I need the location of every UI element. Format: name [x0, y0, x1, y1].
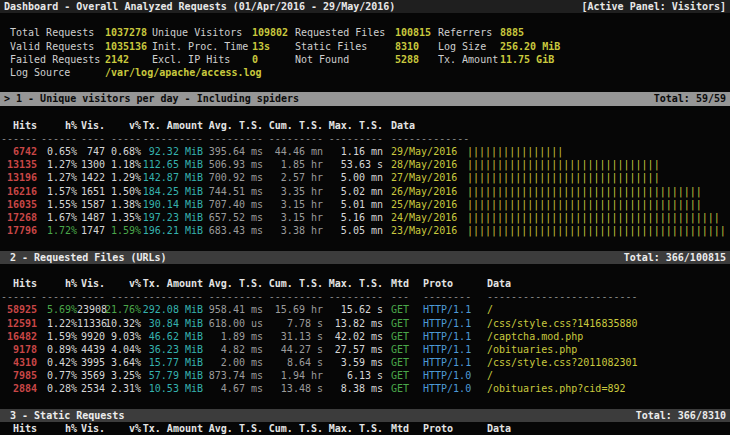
cell-visitors-percent: 1.38%	[105, 198, 141, 211]
cell-max-ts: 5.16 mn	[323, 211, 383, 224]
cell-bars: ||||||||||||||||||||||||||||||||||||||||…	[461, 211, 730, 224]
col-protocol: Proto	[417, 422, 485, 435]
requested-files-rows: 58925 5.69% 23908 21.76% 292.08 MiB 958.…	[0, 303, 730, 395]
cell-avg-ts: 1.89 ms	[203, 330, 263, 343]
summary-value: 8310	[395, 40, 438, 53]
cell-method: GET	[383, 303, 417, 316]
cell-url: /	[485, 369, 730, 382]
visitor-row[interactable]: 16216 1.57% 1651 1.50% 184.25 MiB 744.51…	[0, 185, 730, 198]
cell-hits: 13196	[0, 171, 37, 184]
cell-visitors-percent: 4.04%	[105, 343, 141, 356]
cell-tx-amount: 10.53 MiB	[141, 382, 203, 395]
cell-date: 27/May/2016	[383, 171, 461, 184]
summary-label: Valid Requests	[10, 40, 105, 53]
visitor-row[interactable]: 17796 1.72% 1747 1.59% 196.21 MiB 683.43…	[0, 224, 730, 237]
cell-protocol: HTTP/1.1	[417, 303, 485, 316]
cell-cum-ts: 31.13 s	[263, 330, 323, 343]
panel-header-requested-files[interactable]: 2 - Requested Files (URLs) Total: 366/10…	[0, 251, 730, 264]
col-hits: Hits	[0, 422, 37, 435]
cell-max-ts: 5.01 mn	[323, 198, 383, 211]
cell-cum-ts: 7.78 s	[263, 317, 323, 330]
panel-header-unique-visitors[interactable]: > 1 - Unique visitors per day - Includin…	[0, 92, 730, 105]
cell-hits-percent: 1.27%	[37, 158, 77, 171]
cell-hits-percent: 1.67%	[37, 211, 77, 224]
col-avg-ts: Avg. T.S.	[203, 277, 263, 290]
unique-visitors-rows: 6742 0.65% 747 0.68% 92.32 MiB 395.64 ms…	[0, 145, 730, 237]
cell-url: /obituaries.php?cid=892	[485, 382, 730, 395]
requested-file-row[interactable]: 7985 0.77% 3569 3.25% 57.79 MiB 873.74 m…	[0, 369, 730, 382]
requested-file-row[interactable]: 12591 1.22% 11336 10.32% 30.84 MiB 618.0…	[0, 317, 730, 330]
visitor-row[interactable]: 13135 1.27% 1300 1.18% 112.65 MiB 506.93…	[0, 158, 730, 171]
goaccess-dashboard: Dashboard - Overall Analyzed Requests (0…	[0, 0, 730, 435]
requested-file-row[interactable]: 16482 1.59% 9920 9.03% 46.62 MiB 1.89 ms…	[0, 330, 730, 343]
summary-label: Static Files	[295, 40, 395, 53]
cell-visitors: 1487	[77, 211, 105, 224]
dash: ---------	[203, 132, 263, 145]
cell-date: 25/May/2016	[383, 198, 461, 211]
col-method: Mtd	[383, 422, 417, 435]
cell-hits-percent: 1.55%	[37, 198, 77, 211]
dash: ------	[0, 290, 37, 303]
cell-visitors: 3995	[77, 356, 105, 369]
visitor-row[interactable]: 13196 1.27% 1422 1.29% 142.87 MiB 700.92…	[0, 171, 730, 184]
cell-method: GET	[383, 317, 417, 330]
col-hits-percent: h%	[37, 422, 77, 435]
col-max-ts: Max. T.S.	[323, 119, 383, 132]
requested-file-row[interactable]: 4310 0.42% 3995 3.64% 15.77 MiB 2.00 ms …	[0, 356, 730, 369]
col-visitors: Vis.	[77, 119, 105, 132]
cell-protocol: HTTP/1.1	[417, 317, 485, 330]
col-data: Data	[485, 422, 730, 435]
cell-hits-percent: 5.69%	[37, 303, 77, 316]
summary-value	[500, 66, 730, 79]
table-header-static-requests: Hits h% Vis. v% Tx. Amount Avg. T.S. Cum…	[0, 422, 730, 435]
cell-hits: 16216	[0, 185, 37, 198]
summary-label: Unique Visitors	[152, 26, 252, 39]
cell-avg-ts: 4.82 ms	[203, 343, 263, 356]
requested-file-row[interactable]: 9178 0.89% 4439 4.04% 36.23 MiB 4.82 ms …	[0, 343, 730, 356]
cell-protocol: HTTP/1.1	[417, 343, 485, 356]
visitor-row[interactable]: 17268 1.67% 1487 1.35% 197.23 MiB 657.52…	[0, 211, 730, 224]
summary-label: Log Size	[438, 40, 500, 53]
blank-line	[0, 106, 730, 119]
cell-hits-percent: 0.42%	[37, 356, 77, 369]
cell-visitors-percent: 1.18%	[105, 158, 141, 171]
dash: -----	[105, 132, 141, 145]
cell-hits: 2884	[0, 382, 37, 395]
summary-label: Referrers	[438, 26, 500, 39]
dash: ---------	[263, 290, 323, 303]
cell-method: GET	[383, 369, 417, 382]
visitor-row[interactable]: 6742 0.65% 747 0.68% 92.32 MiB 395.64 ms…	[0, 145, 730, 158]
cell-cum-ts: 15.69 hr	[263, 303, 323, 316]
cell-avg-ts: 618.00 us	[203, 317, 263, 330]
visitor-row[interactable]: 16035 1.55% 1587 1.38% 190.14 MiB 707.40…	[0, 198, 730, 211]
col-cum-ts: Cum. T.S.	[263, 422, 323, 435]
panel-header-static-requests[interactable]: 3 - Static Requests Total: 366/8310	[0, 409, 730, 422]
dash: ---------	[203, 290, 263, 303]
panel-total: Total: 366/8310	[636, 409, 726, 422]
summary-value: 1035136	[105, 40, 152, 53]
col-avg-ts: Avg. T.S.	[203, 119, 263, 132]
cell-cum-ts: 1.94 hr	[263, 369, 323, 382]
cell-bars: ||||||||||||||||||||||||||||||||||||||||…	[461, 224, 730, 237]
title-bar: Dashboard - Overall Analyzed Requests (0…	[0, 0, 730, 13]
cell-method: GET	[383, 382, 417, 395]
cell-hits: 17796	[0, 224, 37, 237]
cell-hits-percent: 1.72%	[37, 224, 77, 237]
dashboard-title: Dashboard - Overall Analyzed Requests (0…	[4, 0, 395, 13]
cell-visitors: 11336	[77, 317, 105, 330]
cell-visitors-percent: 3.25%	[105, 369, 141, 382]
panel-title: 2 - Requested Files (URLs)	[4, 251, 167, 264]
requested-file-row[interactable]: 58925 5.69% 23908 21.76% 292.08 MiB 958.…	[0, 303, 730, 316]
cell-hits: 6742	[0, 145, 37, 158]
requested-file-row[interactable]: 2884 0.28% 2534 2.31% 10.53 MiB 4.67 ms …	[0, 382, 730, 395]
cell-hits-percent: 1.57%	[37, 185, 77, 198]
col-spacer	[461, 119, 730, 132]
dash: -------------------------	[485, 290, 730, 303]
dash: ---------	[323, 132, 383, 145]
cell-date: 29/May/2016	[383, 145, 461, 158]
cell-tx-amount: 196.21 MiB	[141, 224, 203, 237]
summary-value: 100815	[395, 26, 438, 39]
col-max-ts: Max. T.S.	[323, 277, 383, 290]
cell-bars: ||||||||||||||||||||||||||||||||	[461, 158, 730, 171]
cell-avg-ts: 958.41 ms	[203, 303, 263, 316]
